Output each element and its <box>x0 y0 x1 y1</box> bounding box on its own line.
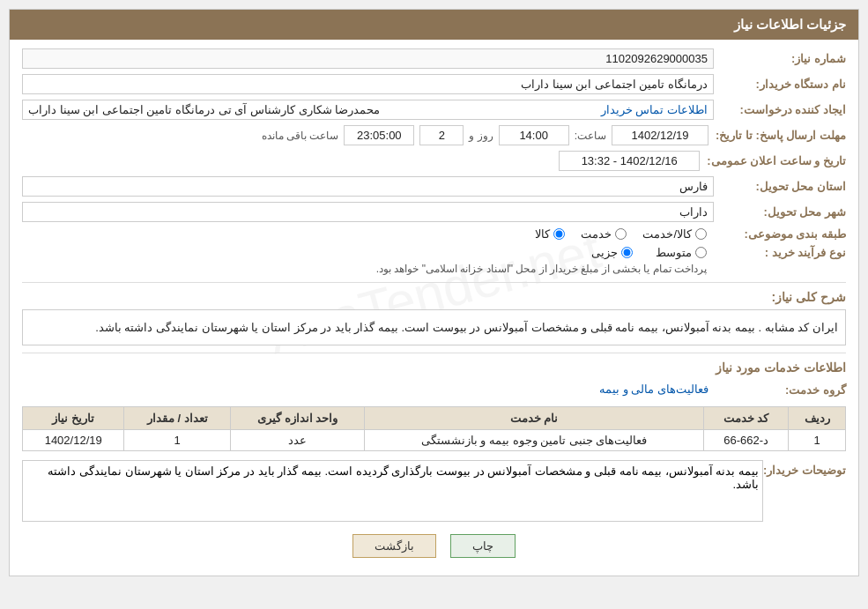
radio-kala-khadamat-label: کالا/خدمت <box>642 227 692 241</box>
col-header-date: تاریخ نیاز <box>23 407 124 430</box>
service-group-label: گروه خدمت: <box>714 383 846 397</box>
announcement-value: 1402/12/16 - 13:32 <box>559 151 700 171</box>
org-name-label: نام دستگاه خریدار: <box>714 78 846 91</box>
city-value: داراب <box>22 202 714 222</box>
creator-label: ایجاد کننده درخواست: <box>714 103 846 116</box>
process-label: نوع فرآیند خرید : <box>714 246 846 259</box>
process-note: پرداخت تمام یا بخشی از مبلغ خریدار از مح… <box>22 263 707 275</box>
creator-value: اطلاعات تماس خریدار محمدرضا شکاری کارشنا… <box>22 100 714 120</box>
print-button[interactable]: چاپ <box>450 534 516 558</box>
radio-kala-label: کالا <box>535 227 550 241</box>
col-header-row: ردیف <box>789 407 846 430</box>
buyer-notes-textarea[interactable] <box>22 460 763 522</box>
province-value: فارس <box>22 176 714 197</box>
services-section-title: اطلاعات خدمات مورد نیاز <box>22 360 846 375</box>
panel-title: جزئیات اطلاعات نیاز <box>10 10 858 40</box>
radio-jozi[interactable] <box>621 247 633 258</box>
creator-contact-link[interactable]: اطلاعات تماس خریدار <box>601 103 708 116</box>
service-group-value[interactable]: فعالیت‌های مالی و بیمه <box>22 380 714 399</box>
org-name-value: درمانگاه تامین اجتماعی ابن سینا داراب <box>22 74 714 94</box>
announcement-label: تاریخ و ساعت اعلان عمومی: <box>707 154 846 167</box>
buyer-notes-label: توضیحات خریدار: <box>763 460 846 477</box>
deadline-remaining: 23:05:00 <box>344 125 414 145</box>
province-label: استان محل تحویل: <box>714 180 846 193</box>
table-row: 1د-662-66فعالیت‌های جنبی تامین وجوه بیمه… <box>23 430 846 451</box>
deadline-date: 1402/12/19 <box>612 125 708 145</box>
radio-khadamat-label: خدمت <box>581 227 612 241</box>
desc-label: شرح کلی نیاز: <box>22 290 846 304</box>
need-number-value: 1102092629000035 <box>22 48 714 69</box>
deadline-time: 14:00 <box>499 125 569 145</box>
back-button[interactable]: بازگشت <box>352 534 436 558</box>
col-header-code: کد خدمت <box>703 407 788 430</box>
col-header-name: نام خدمت <box>365 407 704 430</box>
radio-kala-khadamat[interactable] <box>695 228 707 240</box>
category-label: طبقه بندی موضوعی: <box>714 227 846 241</box>
radio-motavaset-label: متوسط <box>656 246 692 259</box>
deadline-days-label: روز و <box>469 130 493 142</box>
creator-name: محمدرضا شکاری کارشناس آی تی درمانگاه تام… <box>28 103 380 116</box>
deadline-label: مهلت ارسال پاسخ: تا تاریخ: <box>714 129 846 142</box>
deadline-remaining-label: ساعت باقی مانده <box>262 130 339 142</box>
services-table: ردیف کد خدمت نام خدمت واحد اندازه گیری ت… <box>22 406 846 451</box>
radio-motavaset[interactable] <box>695 247 707 258</box>
city-label: شهر محل تحویل: <box>714 205 846 219</box>
desc-value: ایران کد مشابه . بیمه بدنه آمبولانس، بیم… <box>22 309 846 345</box>
need-number-label: شماره نیاز: <box>714 52 846 65</box>
radio-khadamat[interactable] <box>615 228 627 240</box>
deadline-days: 2 <box>419 125 464 145</box>
col-header-quantity: تعداد / مقدار <box>124 407 231 430</box>
radio-jozi-label: جزیی <box>591 246 618 259</box>
deadline-time-label: ساعت: <box>575 130 606 142</box>
col-header-unit: واحد اندازه گیری <box>231 407 365 430</box>
radio-kala[interactable] <box>553 228 565 240</box>
